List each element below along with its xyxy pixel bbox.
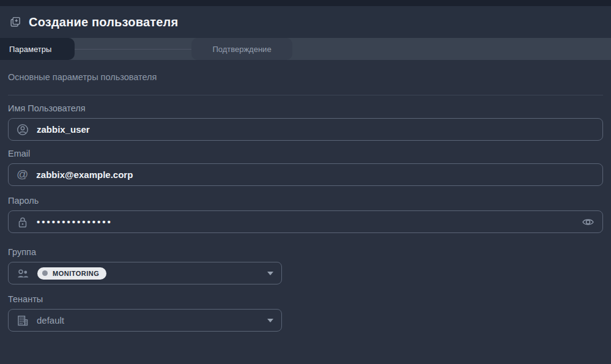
form-panel: Основные параметры пользователя Имя Поль… (0, 72, 611, 332)
building-icon (17, 314, 29, 327)
eye-icon[interactable] (582, 217, 594, 227)
section-divider (8, 95, 603, 95)
group-field: Группа MONITORING (8, 247, 603, 284)
email-input[interactable] (36, 169, 594, 180)
page-header: Создание пользователя (0, 6, 611, 38)
username-input-wrap (8, 118, 603, 141)
user-icon (17, 124, 29, 136)
username-input[interactable] (37, 124, 594, 135)
at-icon: @ (17, 168, 28, 180)
page-title: Создание пользователя (29, 15, 178, 29)
password-input[interactable] (37, 217, 574, 227)
password-field: Пароль (8, 196, 603, 233)
group-select[interactable]: MONITORING (8, 262, 282, 284)
group-value: MONITORING (53, 270, 99, 277)
group-label: Группа (8, 247, 603, 257)
password-input-wrap (8, 210, 603, 233)
tab-connector-line (75, 49, 191, 50)
tab-parameters-label: Параметры (9, 45, 51, 54)
tenant-label: Тенанты (8, 294, 603, 304)
email-label: Email (8, 149, 603, 158)
tenant-value: default (37, 315, 64, 325)
chevron-down-icon (267, 272, 273, 275)
duplicate-plus-icon (9, 16, 21, 28)
username-label: Имя Пользователя (8, 103, 603, 113)
tab-parameters[interactable]: Параметры (0, 38, 75, 60)
group-value-badge: MONITORING (37, 267, 106, 280)
email-field: Email @ (8, 149, 603, 186)
username-field: Имя Пользователя (8, 103, 603, 141)
tab-confirmation[interactable]: Подтверждение (191, 38, 292, 60)
tenant-field: Тенанты default (8, 294, 603, 332)
password-label: Пароль (8, 196, 603, 206)
email-input-wrap: @ (8, 163, 603, 186)
tenant-select[interactable]: default (8, 309, 282, 332)
wizard-tabbar: Параметры Подтверждение (0, 38, 611, 60)
tab-confirmation-label: Подтверждение (212, 45, 271, 54)
chevron-down-icon (267, 319, 273, 322)
lock-icon (17, 216, 29, 228)
status-dot-icon (42, 270, 48, 276)
section-title: Основные параметры пользователя (8, 72, 603, 82)
users-icon (17, 267, 29, 280)
top-strip (0, 0, 611, 6)
